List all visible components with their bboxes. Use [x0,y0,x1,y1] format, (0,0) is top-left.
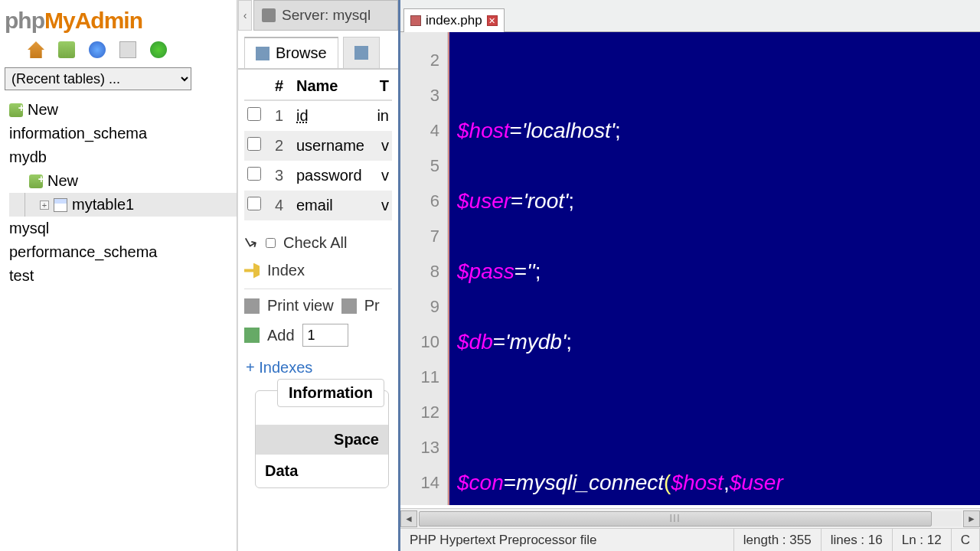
col-name-header: Name [296,77,380,95]
information-box: Information Space Data [255,390,389,488]
col-num-header: # [275,77,296,95]
pma-sidebar: phpMyAdmin (Recent tables) ... New infor… [0,0,237,551]
status-filetype: PHP Hypertext Preprocessor file [400,529,734,551]
tree-label: mydb [9,148,47,166]
add-count-input[interactable] [302,324,348,347]
editor-window: index.php ✕ 234567891011121314 $host='lo… [398,0,980,551]
space-header: Space [256,425,388,455]
index-icon [244,263,260,279]
status-lines: lines : 16 [822,529,893,551]
tree-new[interactable]: New [9,98,237,122]
scroll-thumb[interactable] [419,511,932,527]
structure-icon [354,46,368,60]
collapse-button[interactable]: ‹ [238,0,252,31]
tree-label: New [47,172,78,190]
information-label: Information [277,379,384,407]
tab-browse[interactable]: Browse [244,37,338,68]
editor-tabbar: index.php ✕ [400,0,980,32]
add-label: Add [267,327,295,344]
db-tree: New information_schema mydb New +mytable… [0,96,237,288]
indexes-toggle[interactable]: + Indexes [246,359,390,377]
scroll-left-icon[interactable]: ◄ [400,510,417,527]
print-link[interactable]: Pr [364,297,380,315]
tab-label: Browse [276,44,327,62]
file-tab-label: index.php [426,13,482,28]
tree-db-test[interactable]: test [9,264,237,288]
scroll-track[interactable] [419,511,962,527]
tree-db-mysql[interactable]: mysql [9,217,237,240]
status-length: length : 355 [734,529,822,551]
tree-db-performance_schema[interactable]: performance_schema [9,240,237,264]
pma-toolbar [0,37,237,64]
expand-icon[interactable]: + [40,201,49,210]
line-gutter: 234567891011121314 [400,32,448,505]
print-icon [341,298,357,314]
row-checkbox[interactable] [247,167,261,181]
tree-new-table[interactable]: New [9,169,237,193]
reload-icon[interactable] [150,41,167,58]
docs-icon[interactable] [119,41,136,58]
new-icon [9,103,23,117]
server-icon [262,8,276,22]
table-icon [54,198,67,212]
breadcrumb-label: Server: mysql [282,7,371,24]
tree-table-mytable1[interactable]: +mytable1 [9,193,237,217]
tree-label: mytable1 [72,196,134,214]
status-col: C [952,529,980,551]
file-icon [410,15,421,26]
tree-db-mydb[interactable]: mydb [9,145,237,169]
col-name[interactable]: id [296,107,377,125]
tree-label: information_schema [9,125,147,142]
pma-logo: phpMyAdmin [0,0,237,37]
row-checkbox[interactable] [247,197,261,210]
new-icon [29,174,43,188]
columns-header: # Name T [244,73,392,101]
home-icon[interactable] [28,41,44,58]
close-icon[interactable]: ✕ [487,15,498,26]
table-row: 2usernamev [244,131,392,161]
table-row: 3passwordv [244,161,392,191]
index-link[interactable]: Index [267,262,305,279]
code-area[interactable]: 234567891011121314 $host='localhost'; $u… [400,32,980,505]
col-name[interactable]: username [296,137,381,155]
print-view-link[interactable]: Print view [267,297,334,315]
logout-icon[interactable] [58,41,75,58]
add-icon [244,328,260,343]
scroll-right-icon[interactable]: ► [963,510,980,527]
col-name[interactable]: password [296,167,381,184]
table-actions: ↳Check All Index Print view Pr Add [244,228,392,351]
col-name[interactable]: email [296,197,381,214]
tab-structure[interactable] [343,37,380,68]
print-icon [244,298,260,314]
file-tab-index[interactable]: index.php ✕ [403,8,505,32]
tree-label: New [28,101,58,119]
table-row: 4emailv [244,191,392,220]
tree-label: mysql [9,220,49,237]
data-row-label: Data [256,455,388,487]
code-content[interactable]: $host='localhost'; $user='root'; $pass='… [449,32,980,505]
tree-label: test [9,267,34,285]
browse-icon [256,47,270,60]
breadcrumb: Server: mysql [253,0,398,31]
check-all-label[interactable]: Check All [283,234,347,252]
status-bar: PHP Hypertext Preprocessor file length :… [400,528,980,551]
tree-label: performance_schema [9,243,157,261]
table-row: 1idin [244,101,392,131]
pma-main: ‹ Server: mysql Browse # Name T 1idin 2u… [237,0,398,551]
recent-tables-select[interactable]: (Recent tables) ... [5,67,232,90]
row-checkbox[interactable] [247,137,261,151]
col-type-header: T [380,77,389,95]
tree-db-information_schema[interactable]: information_schema [9,122,237,145]
horizontal-scrollbar[interactable]: ◄ ► [400,508,980,528]
status-line-number: Ln : 12 [893,529,952,551]
pma-tabs: Browse [244,37,398,68]
help-icon[interactable] [89,41,106,58]
row-checkbox[interactable] [247,107,261,121]
arrow-up-icon: ↳ [240,230,263,255]
check-all-checkbox[interactable] [266,238,276,248]
columns-table: # Name T 1idin 2usernamev 3passwordv 4em… [244,73,392,220]
